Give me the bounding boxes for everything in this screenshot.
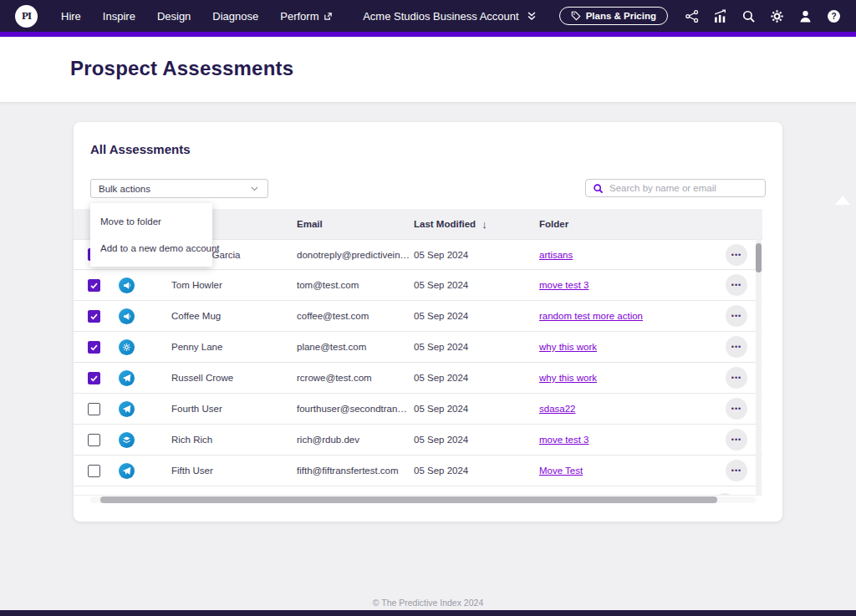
last-modified-date: 05 Sep 2024	[414, 250, 539, 260]
footer-copyright: © The Predictive Index 2024	[0, 598, 856, 608]
card-heading: All Assessments	[90, 142, 191, 156]
search-input[interactable]	[609, 183, 758, 193]
scroll-to-top-arrow[interactable]	[835, 196, 850, 205]
last-modified-date: 05 Sep 2024	[414, 373, 539, 383]
folder-link[interactable]: why this work	[539, 342, 597, 352]
table-row-partial: •••	[74, 486, 762, 496]
search-box	[585, 179, 766, 197]
folder-link[interactable]: why this work	[539, 373, 597, 383]
page-title: Prospect Assessments	[70, 57, 856, 80]
assessment-type-icon	[119, 432, 135, 448]
prospect-email: coffee@test.com	[297, 311, 414, 321]
row-checkbox[interactable]	[88, 465, 100, 477]
menu-item-move-to-folder[interactable]: Move to folder	[90, 208, 212, 235]
prospect-email: donotreply@predictivein…	[297, 250, 414, 260]
column-header-last-modified[interactable]: Last Modified ↓	[414, 218, 539, 231]
row-actions-button[interactable]: •••	[726, 305, 747, 327]
row-checkbox[interactable]	[88, 310, 100, 323]
top-navigation-bar: PI Hire Inspire Design Diagnose Perform …	[0, 0, 856, 32]
nav-item-diagnose[interactable]: Diagnose	[212, 10, 258, 23]
last-modified-date: 05 Sep 2024	[414, 404, 539, 414]
horizontal-scrollbar-track	[90, 496, 756, 503]
chevron-down-icon	[249, 183, 260, 194]
assessment-type-icon	[119, 308, 135, 324]
prospect-name: Fourth User	[171, 404, 297, 414]
user-profile-icon[interactable]	[798, 9, 813, 23]
last-modified-date: 05 Sep 2024	[414, 435, 539, 445]
folder-link[interactable]: Move Test	[539, 466, 583, 476]
row-checkbox[interactable]	[88, 434, 100, 446]
row-actions-button[interactable]: •••	[726, 429, 747, 451]
prospect-email: rich@rdub.dev	[297, 435, 414, 445]
prospect-name: Coffee Mug	[171, 311, 297, 321]
svg-text:?: ?	[831, 12, 836, 21]
last-modified-label: Last Modified	[414, 219, 476, 229]
table-row: Tom Howler tom@test.com 05 Sep 2024 move…	[74, 270, 762, 301]
column-header-folder[interactable]: Folder	[539, 219, 702, 229]
assessment-type-icon	[119, 463, 135, 479]
account-selector-label: Acme Studios Business Account	[363, 10, 518, 23]
prospect-email: rcrowe@test.com	[297, 373, 414, 383]
column-header-email[interactable]: Email	[297, 219, 414, 229]
nav-item-inspire[interactable]: Inspire	[103, 10, 135, 23]
prospect-name: Rich Rich	[171, 435, 297, 445]
vertical-scrollbar-thumb[interactable]	[756, 243, 762, 272]
folder-link[interactable]: move test 3	[539, 435, 588, 445]
last-modified-date: 05 Sep 2024	[414, 466, 539, 476]
plans-pricing-label: Plans & Pricing	[586, 11, 656, 21]
row-checkbox[interactable]	[88, 403, 100, 415]
bulk-actions-menu: Move to folder Add to a new demo account	[90, 203, 212, 267]
help-icon[interactable]: ?	[827, 9, 841, 23]
row-actions-button[interactable]: •••	[726, 367, 747, 389]
table-row: Rich Rich rich@rdub.dev 05 Sep 2024 move…	[74, 425, 762, 456]
bulk-actions-label: Bulk actions	[99, 184, 150, 194]
search-icon	[593, 183, 604, 194]
account-selector[interactable]: Acme Studios Business Account	[363, 10, 537, 23]
bottom-brand-bar	[0, 610, 856, 616]
share-nodes-icon[interactable]	[685, 9, 699, 23]
bulk-actions-dropdown[interactable]: Bulk actions	[90, 179, 268, 198]
sort-descending-icon: ↓	[482, 218, 487, 231]
folder-link[interactable]: sdasa22	[539, 404, 575, 414]
horizontal-scrollbar-thumb[interactable]	[100, 496, 717, 503]
row-actions-button[interactable]: •••	[726, 244, 747, 266]
settings-gear-icon[interactable]	[770, 9, 784, 23]
table-row: Penny Lane plane@test.com 05 Sep 2024 wh…	[74, 332, 762, 363]
nav-item-design[interactable]: Design	[157, 10, 191, 23]
nav-item-perform-label: Perform	[280, 10, 318, 23]
menu-item-add-demo-account[interactable]: Add to a new demo account	[90, 235, 212, 262]
double-chevron-down-icon	[526, 10, 538, 22]
last-modified-date: 05 Sep 2024	[414, 280, 539, 290]
row-actions-button[interactable]: •••	[726, 398, 747, 420]
prospect-email: plane@test.com	[297, 342, 414, 352]
prospect-email: tom@test.com	[297, 280, 414, 290]
table-row: Russell Crowe rcrowe@test.com 05 Sep 202…	[74, 363, 762, 394]
assessments-card: All Assessments Bulk actions Name Email …	[74, 122, 782, 522]
assessment-type-icon	[119, 370, 135, 386]
folder-link[interactable]: artisans	[539, 250, 573, 260]
row-actions-button[interactable]: •••	[726, 336, 747, 358]
assessment-type-icon	[119, 277, 135, 293]
vertical-scrollbar-track	[756, 239, 762, 496]
search-icon[interactable]	[741, 9, 756, 23]
prospect-email: fifth@fiftransfertest.com	[297, 466, 414, 476]
last-modified-date: 05 Sep 2024	[414, 342, 539, 352]
pi-logo[interactable]: PI	[15, 5, 38, 28]
row-actions-button[interactable]: •••	[714, 493, 736, 496]
row-actions-button[interactable]: •••	[726, 274, 747, 296]
row-actions-button[interactable]: •••	[726, 460, 747, 481]
external-link-icon	[324, 12, 333, 21]
row-checkbox[interactable]	[88, 341, 100, 354]
analytics-chart-icon[interactable]	[713, 9, 727, 23]
plans-pricing-button[interactable]: Plans & Pricing	[559, 7, 668, 25]
table-row: Fifth User fifth@fiftransfertest.com 05 …	[74, 456, 762, 486]
folder-link[interactable]: move test 3	[539, 280, 588, 290]
nav-item-hire[interactable]: Hire	[61, 10, 81, 23]
folder-link[interactable]: random test more action	[539, 311, 643, 321]
row-checkbox[interactable]	[88, 372, 100, 384]
row-checkbox[interactable]	[88, 279, 100, 292]
table-body: Claudine Garcia donotreply@predictivein……	[74, 239, 762, 486]
nav-item-perform[interactable]: Perform	[280, 10, 332, 23]
last-modified-date: 05 Sep 2024	[414, 311, 539, 321]
table-row: Fourth User fourthuser@secondtran… 05 Se…	[74, 394, 762, 425]
